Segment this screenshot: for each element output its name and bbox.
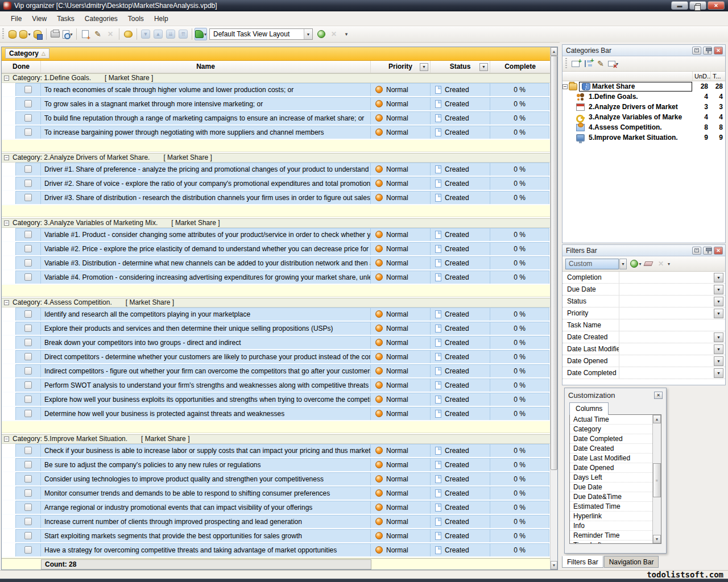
menu-item-tasks[interactable]: Tasks bbox=[52, 13, 80, 24]
tab-filters-bar[interactable]: Filters Bar bbox=[562, 556, 603, 568]
minimize-button[interactable]: ▬ bbox=[671, 1, 688, 10]
apply-filter-icon[interactable]: ▾ bbox=[630, 257, 642, 270]
task-row[interactable]: Arrange regional or industry promotional… bbox=[2, 501, 550, 515]
done-checkbox[interactable] bbox=[24, 489, 32, 497]
scrollbar-thumb[interactable] bbox=[551, 56, 557, 470]
done-checkbox[interactable] bbox=[24, 475, 32, 483]
new-category-icon[interactable] bbox=[569, 57, 582, 70]
column-header-status[interactable]: Status ▼ bbox=[431, 61, 490, 73]
scroll-down-icon[interactable]: ▼ bbox=[551, 561, 557, 569]
tab-columns[interactable]: Columns bbox=[569, 402, 609, 415]
column-list-item[interactable]: Estimated Time bbox=[570, 502, 652, 512]
task-row[interactable]: Check if your business is able to increa… bbox=[2, 444, 550, 458]
column-list-item[interactable]: Info bbox=[570, 521, 652, 531]
filter-dropdown-icon[interactable]: ▼ bbox=[714, 285, 723, 294]
scroll-up-icon[interactable]: ▲ bbox=[653, 415, 661, 423]
tab-navigation-bar[interactable]: Navigation Bar bbox=[604, 556, 659, 568]
task-row[interactable]: Perform SWOT analysis to understand your… bbox=[2, 379, 550, 393]
scrollbar-thumb[interactable]: ≡ bbox=[653, 463, 661, 497]
collapse-group-icon[interactable]: − bbox=[4, 300, 9, 305]
task-row[interactable]: Monitor consumer trends and demands to b… bbox=[2, 487, 550, 501]
column-list-item[interactable]: Date Completed bbox=[570, 434, 652, 444]
categories-icon[interactable] bbox=[122, 28, 134, 40]
done-checkbox[interactable] bbox=[24, 310, 32, 318]
edit-category-icon[interactable]: ✎ bbox=[594, 57, 607, 70]
done-checkbox[interactable] bbox=[24, 128, 32, 136]
done-checkbox[interactable] bbox=[24, 367, 32, 375]
tree-category-row[interactable]: 2.Analyze Drivers of Market33 bbox=[562, 102, 725, 112]
column-list-item[interactable]: Actual Time bbox=[570, 415, 652, 425]
dropdown-arrow-icon[interactable]: ▾ bbox=[639, 261, 641, 267]
done-checkbox[interactable] bbox=[24, 273, 32, 281]
tree-category-row[interactable]: 5.Improve Market Situation.99 bbox=[562, 132, 725, 143]
task-row[interactable]: Variable #4. Promotion - considering inc… bbox=[2, 271, 550, 285]
task-row[interactable]: Driver #3. Share of distribution - resea… bbox=[2, 191, 550, 205]
tree-category-row[interactable]: 1.Define Goals.44 bbox=[562, 92, 725, 102]
task-row[interactable]: Break down your competitors into two gro… bbox=[2, 336, 550, 350]
new-task-icon[interactable] bbox=[79, 28, 92, 40]
column-list-item[interactable]: Time Left bbox=[570, 541, 652, 543]
done-checkbox[interactable] bbox=[24, 546, 32, 554]
task-row[interactable]: To grow sales in a stagnant market throu… bbox=[2, 97, 550, 111]
task-row[interactable]: To reach economies of scale through high… bbox=[2, 83, 550, 97]
notes-icon[interactable]: ▾ bbox=[195, 28, 207, 40]
done-checkbox[interactable] bbox=[24, 518, 32, 525]
dropdown-arrow-icon[interactable]: ▾ bbox=[204, 32, 206, 37]
collapse-group-icon[interactable]: − bbox=[4, 76, 9, 81]
filter-preset-dropdown-icon[interactable]: ▼ bbox=[619, 259, 627, 269]
done-checkbox[interactable] bbox=[24, 447, 32, 454]
done-checkbox[interactable] bbox=[24, 194, 32, 201]
done-checkbox[interactable] bbox=[24, 504, 32, 511]
done-checkbox[interactable] bbox=[24, 100, 32, 107]
dropdown-arrow-icon[interactable]: ▾ bbox=[70, 32, 72, 37]
done-checkbox[interactable] bbox=[24, 114, 32, 122]
clear-filter-icon[interactable] bbox=[642, 257, 655, 270]
panel-close-icon[interactable]: ✕ bbox=[714, 47, 723, 55]
new-subcategory-icon[interactable] bbox=[582, 57, 594, 70]
collapse-tree-icon[interactable]: − bbox=[562, 84, 568, 89]
tree-column-undone[interactable]: UnD... bbox=[692, 72, 710, 81]
filter-dropdown-icon[interactable]: ▼ bbox=[714, 297, 723, 306]
task-row[interactable]: Indirect competitors - figure out whethe… bbox=[2, 364, 550, 379]
delete-category-icon[interactable]: ▾ bbox=[607, 57, 619, 70]
tree-category-row[interactable]: 3.Analyze Variables of Marke44 bbox=[562, 112, 725, 122]
group-by-category-button[interactable]: Category △ bbox=[5, 48, 49, 59]
new-database-icon[interactable] bbox=[6, 28, 19, 40]
menu-item-help[interactable]: Help bbox=[149, 13, 173, 24]
task-row[interactable]: Variable #3. Distribution - determine wh… bbox=[2, 256, 550, 271]
status-filter-button[interactable]: ▼ bbox=[479, 63, 488, 71]
menu-item-file[interactable]: File bbox=[6, 13, 27, 24]
task-row[interactable]: Explore their products and services and … bbox=[2, 322, 550, 336]
apply-layout-icon[interactable] bbox=[315, 28, 328, 40]
priority-filter-button[interactable]: ▼ bbox=[420, 63, 428, 71]
task-row[interactable]: Explore how well your business exploits … bbox=[2, 393, 550, 407]
task-row[interactable]: Direct competitors - determine whether y… bbox=[2, 350, 550, 364]
panel-restore-icon[interactable] bbox=[692, 47, 701, 55]
tree-root-row[interactable]: −Market Share2828 bbox=[562, 81, 725, 92]
task-row[interactable]: Driver #1. Share of preference - analyze… bbox=[2, 163, 550, 177]
task-row[interactable]: To increase bargaining power through neg… bbox=[2, 126, 550, 140]
restore-button[interactable] bbox=[689, 1, 706, 10]
done-checkbox[interactable] bbox=[24, 231, 32, 238]
task-row[interactable]: Identify and research all the competitor… bbox=[2, 307, 550, 322]
done-checkbox[interactable] bbox=[24, 410, 32, 417]
close-button[interactable]: ✕ bbox=[708, 1, 725, 10]
scrollbar-track[interactable] bbox=[551, 56, 557, 561]
done-checkbox[interactable] bbox=[24, 245, 32, 252]
done-checkbox[interactable] bbox=[24, 396, 32, 403]
done-checkbox[interactable] bbox=[24, 532, 32, 539]
task-row[interactable]: Driver #2. Share of voice - explore the … bbox=[2, 177, 550, 191]
selected-category[interactable]: Market Share bbox=[579, 82, 692, 92]
customization-close-icon[interactable]: ✕ bbox=[654, 392, 663, 399]
done-checkbox[interactable] bbox=[24, 381, 32, 389]
scroll-up-icon[interactable]: ▲ bbox=[551, 47, 557, 56]
task-row[interactable]: Consider using technologies to improve p… bbox=[2, 472, 550, 487]
task-row[interactable]: Be sure to adjust the company's policies… bbox=[2, 458, 550, 472]
panel-restore-icon[interactable] bbox=[692, 247, 701, 255]
overflow-icon[interactable]: ▾ bbox=[340, 28, 353, 40]
tree-category-row[interactable]: 4.Assess Competition.88 bbox=[562, 122, 725, 132]
done-checkbox[interactable] bbox=[24, 259, 32, 267]
panel-pin-icon[interactable] bbox=[703, 247, 712, 255]
task-row[interactable]: Have a strategy for overcoming competiti… bbox=[2, 543, 550, 558]
filter-dropdown-icon[interactable]: ▼ bbox=[714, 273, 723, 282]
